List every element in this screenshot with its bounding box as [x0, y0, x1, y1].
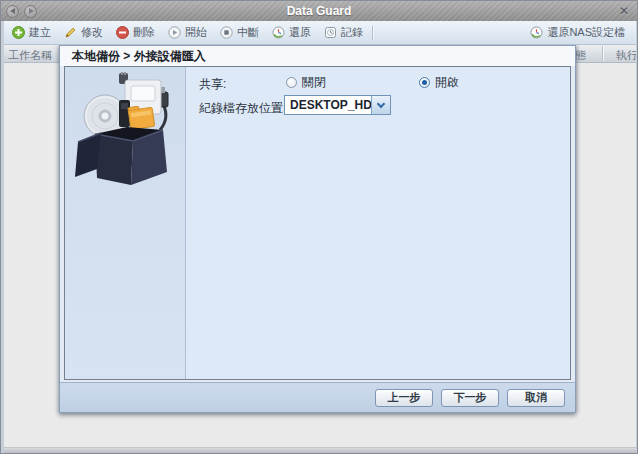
column-header-run-status[interactable]: 執行狀態 [616, 48, 636, 63]
log-location-selected-value: DESKTOP_HDD [285, 96, 371, 114]
delete-button[interactable]: 刪除 [111, 23, 160, 42]
start-play-icon [168, 26, 181, 39]
window-title: Data Guard [1, 4, 637, 18]
cancel-button[interactable]: 取消 [507, 389, 565, 407]
toolbar: 建立 修改 刪除 開始 [4, 21, 636, 45]
log-location-select[interactable]: DESKTOP_HDD [284, 95, 391, 115]
job-table-area: 工作名稱 來源目錄 目標路徑 最後執行時間 備份型態 執行狀態 本地備份 > 外… [4, 45, 636, 447]
share-off-radio[interactable]: 關閉 [286, 74, 326, 91]
data-guard-window: Data Guard ✕ 建立 修改 [0, 0, 638, 454]
titlebar: Data Guard ✕ [1, 1, 637, 21]
radio-circle-icon [286, 77, 297, 88]
close-icon[interactable]: ✕ [619, 4, 629, 18]
share-label: 共享: [199, 76, 226, 93]
next-step-button[interactable]: 下一步 [441, 389, 499, 407]
nav-forward-button[interactable] [24, 5, 37, 18]
wizard-body: 共享: 關閉 開啟 紀錄檔存放位置: DESKTOP_HDD [64, 66, 571, 380]
interrupt-stop-icon [220, 26, 233, 39]
chevron-down-icon [377, 99, 385, 107]
delete-minus-icon [116, 26, 129, 39]
nav-back-button[interactable] [6, 5, 19, 18]
restore-nas-config-label: 還原NAS設定檔 [547, 25, 625, 40]
share-on-radio[interactable]: 開啟 [419, 74, 459, 91]
restore-label: 還原 [289, 25, 311, 40]
wizard-illustration-panel [65, 67, 186, 379]
import-wizard-dialog: 本地備份 > 外接設備匯入 [59, 45, 576, 413]
previous-step-button[interactable]: 上一步 [375, 389, 433, 407]
modify-label: 修改 [81, 25, 103, 40]
log-button[interactable]: 記錄 [319, 23, 368, 42]
radio-circle-icon [419, 77, 430, 88]
create-button[interactable]: 建立 [7, 23, 56, 42]
column-separator [602, 46, 603, 61]
column-header-job-name[interactable]: 工作名稱 [8, 48, 52, 63]
dropdown-open-button[interactable] [371, 96, 390, 114]
wizard-form-panel: 共享: 關閉 開啟 紀錄檔存放位置: DESKTOP_HDD [186, 67, 570, 379]
forward-arrow-icon [29, 8, 34, 14]
toolbar-separator [372, 26, 373, 40]
create-plus-icon [12, 26, 25, 39]
wizard-footer: 上一步 下一步 取消 [60, 382, 575, 412]
log-label: 記錄 [341, 25, 363, 40]
edit-pencil-icon [64, 26, 77, 39]
restore-nas-config-button[interactable]: 還原NAS設定檔 [525, 23, 630, 42]
back-arrow-icon [10, 8, 15, 14]
delete-label: 刪除 [133, 25, 155, 40]
wizard-breadcrumb-title: 本地備份 > 外接設備匯入 [60, 48, 206, 65]
log-note-icon [324, 26, 337, 39]
share-on-label: 開啟 [435, 74, 459, 91]
wizard-header: 本地備份 > 外接設備匯入 [60, 46, 575, 66]
interrupt-button[interactable]: 中斷 [215, 23, 264, 42]
restore-button[interactable]: 還原 [267, 23, 316, 42]
log-location-label: 紀錄檔存放位置: [199, 100, 286, 117]
restore-clock-icon [272, 26, 285, 39]
interrupt-label: 中斷 [237, 25, 259, 40]
create-label: 建立 [29, 25, 51, 40]
modify-button[interactable]: 修改 [59, 23, 108, 42]
share-off-label: 關閉 [302, 74, 326, 91]
start-button[interactable]: 開始 [163, 23, 212, 42]
window-bottom-edge [4, 447, 636, 454]
restore-clock-icon [530, 26, 543, 39]
device-import-box-illustration [75, 72, 175, 190]
start-label: 開始 [185, 25, 207, 40]
